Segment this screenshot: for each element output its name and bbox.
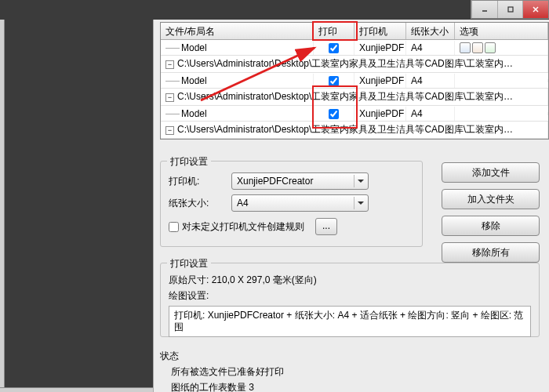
col-header-file[interactable]: 文件/布局名 xyxy=(161,23,314,39)
status-line-2: 图纸的工作表数量 3 xyxy=(171,381,540,392)
tree-collapse-icon[interactable]: − xyxy=(165,126,174,135)
background-dark-area xyxy=(0,20,153,392)
col-header-options[interactable]: 选项 xyxy=(455,23,548,39)
chevron-down-icon xyxy=(354,197,366,209)
option-icon[interactable] xyxy=(485,42,496,53)
close-button[interactable] xyxy=(522,1,548,18)
chevron-down-icon xyxy=(354,175,366,187)
plot-settings-value[interactable]: 打印机: XunjiePDFCreator + 纸张大小: A4 + 适合纸张 … xyxy=(169,306,531,337)
window-controls xyxy=(471,0,549,19)
file-table: 文件/布局名 打印 打印机 纸张大小 选项 ModelXunjiePDFA4−C… xyxy=(160,22,549,140)
status-title: 状态 xyxy=(160,350,540,363)
printer-combo-value: XunjiePDFCreator xyxy=(237,176,313,187)
remove-button[interactable]: 移除 xyxy=(442,216,540,236)
status-line-1: 所有被选文件已准备好打印 xyxy=(171,365,540,379)
browse-button[interactable]: ... xyxy=(315,218,337,235)
table-row[interactable]: ModelXunjiePDFA4 xyxy=(161,40,548,56)
col-header-paper[interactable]: 纸张大小 xyxy=(406,23,455,39)
table-row[interactable]: ModelXunjiePDFA4 xyxy=(161,106,548,122)
table-header: 文件/布局名 打印 打印机 纸张大小 选项 xyxy=(161,23,548,40)
status-group: 状态 所有被选文件已准备好打印 图纸的工作表数量 3 xyxy=(160,347,540,392)
main-panel: 文件/布局名 打印 打印机 纸张大小 选项 ModelXunjiePDFA4−C… xyxy=(153,20,549,392)
col-header-printer[interactable]: 打印机 xyxy=(354,23,406,39)
print-checkbox[interactable] xyxy=(329,43,339,53)
original-size-text: 原始尺寸: 210,0 X 297,0 毫米(竖向) xyxy=(169,274,531,287)
col-header-print[interactable]: 打印 xyxy=(314,23,354,39)
table-row[interactable]: −C:\Users\Administrator\Desktop\工装室内家具及卫… xyxy=(161,89,548,106)
printer-combo[interactable]: XunjiePDFCreator xyxy=(231,172,369,190)
tree-collapse-icon[interactable]: − xyxy=(165,93,174,102)
create-rule-checkbox[interactable] xyxy=(169,222,179,232)
table-row[interactable]: −C:\Users\Administrator\Desktop\工装室内家具及卫… xyxy=(161,56,548,73)
info-group: 打印设置 原始尺寸: 210,0 X 297,0 毫米(竖向) 绘图设置: 打印… xyxy=(160,263,540,337)
print-settings-title: 打印设置 xyxy=(167,155,211,169)
add-folder-button[interactable]: 加入文件夹 xyxy=(442,189,540,209)
minimize-button[interactable] xyxy=(471,1,497,18)
paper-label: 纸张大小: xyxy=(169,197,231,210)
printer-label: 打印机: xyxy=(169,175,231,188)
paper-combo-value: A4 xyxy=(237,198,249,209)
tree-collapse-icon[interactable]: − xyxy=(165,60,174,69)
option-icon[interactable] xyxy=(460,42,471,53)
maximize-button[interactable] xyxy=(497,1,523,18)
paper-combo[interactable]: A4 xyxy=(231,194,369,212)
add-file-button[interactable]: 添加文件 xyxy=(442,162,540,183)
info-title: 打印设置 xyxy=(167,257,211,270)
action-buttons: 添加文件 加入文件夹 移除 移除所有 xyxy=(442,162,540,269)
svg-rect-1 xyxy=(508,7,513,12)
create-rule-label: 对未定义打印机文件创建规则 xyxy=(182,220,304,234)
print-settings-group: 打印设置 打印机: XunjiePDFCreator 纸张大小: A4 对未定义… xyxy=(160,161,423,247)
remove-all-button[interactable]: 移除所有 xyxy=(442,242,540,263)
plot-settings-label: 绘图设置: xyxy=(169,289,531,303)
print-checkbox[interactable] xyxy=(329,76,339,86)
table-row[interactable]: −C:\Users\Administrator\Desktop\工装室内家具及卫… xyxy=(161,122,548,139)
print-checkbox[interactable] xyxy=(329,109,339,119)
option-icon[interactable] xyxy=(472,42,483,53)
table-row[interactable]: ModelXunjiePDFA4 xyxy=(161,73,548,89)
